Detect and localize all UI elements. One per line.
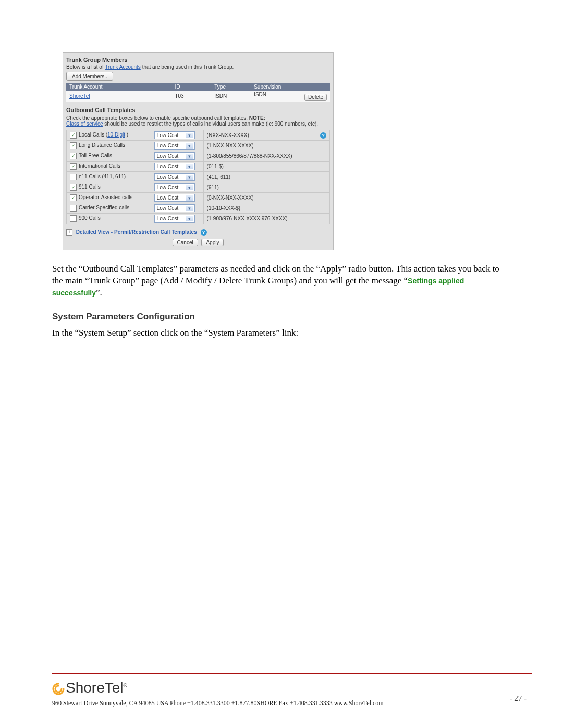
- page-number: - 27 -: [510, 694, 527, 703]
- outbound-title: Outbound Call Templates: [66, 107, 330, 113]
- chevron-down-icon: ▾: [186, 154, 193, 159]
- section-heading: System Parameters Configuration: [52, 312, 511, 322]
- pattern-cell: (NXX-NXX-XXXX)?: [203, 130, 329, 141]
- chevron-down-icon: ▾: [186, 185, 193, 190]
- cost-select[interactable]: Low Cost▾: [154, 173, 195, 181]
- outbound-row: 900 CallsLow Cost▾(1-900/976-NXX-XXXX 97…: [67, 214, 330, 224]
- col-id: ID: [172, 83, 211, 91]
- config-screenshot: Trunk Group Members Below is a list of T…: [63, 52, 334, 250]
- cost-select[interactable]: Low Cost▾: [154, 194, 195, 202]
- cost-select[interactable]: Low Cost▾: [154, 142, 195, 150]
- chevron-down-icon: ▾: [186, 143, 193, 149]
- outbound-note: Check the appropriate boxes below to ena…: [66, 115, 330, 127]
- cost-select[interactable]: Low Cost▾: [154, 152, 195, 160]
- chevron-down-icon: ▾: [186, 175, 193, 180]
- cost-select[interactable]: Low Cost▾: [154, 215, 195, 223]
- checkbox[interactable]: ✓: [70, 163, 77, 170]
- paragraph-2: In the “System Setup” section click on t…: [52, 327, 511, 339]
- pattern-cell: (911): [203, 182, 329, 193]
- shoretel-logo: ShoreTel®: [52, 680, 532, 696]
- trunk-accounts-link[interactable]: Trunk Accounts: [105, 64, 141, 70]
- apply-button[interactable]: Apply: [201, 239, 224, 246]
- help-icon[interactable]: ?: [320, 132, 326, 139]
- col-type: Type: [211, 83, 251, 91]
- chevron-down-icon: ▾: [186, 133, 193, 138]
- pattern-cell: (411, 611): [203, 172, 329, 182]
- chevron-down-icon: ▾: [186, 164, 193, 169]
- pattern-cell: (0-NXX-NXX-XXXX): [203, 193, 329, 203]
- table-row: ShoreTel T03 ISDN ISDN Delete: [66, 91, 330, 102]
- detailed-view-link[interactable]: Detailed View - Permit/Restriction Call …: [76, 229, 197, 235]
- pattern-cell: (1-900/976-NXX-XXXX 976-XXXX): [203, 214, 329, 224]
- help-icon[interactable]: ?: [201, 229, 207, 236]
- digit-link[interactable]: 10 Digit: [107, 132, 125, 138]
- checkbox[interactable]: ✓: [70, 132, 77, 139]
- trunk-group-title: Trunk Group Members: [66, 57, 329, 63]
- logo-swirl-icon: [52, 683, 65, 695]
- cost-select[interactable]: Low Cost▾: [154, 163, 195, 170]
- page-footer: ShoreTel® 960 Stewart Drive Sunnyvale, C…: [52, 673, 532, 707]
- cost-select[interactable]: Low Cost▾: [154, 204, 195, 212]
- trunk-accounts-table: Trunk Account ID Type Supervision ShoreT…: [66, 83, 330, 102]
- trunk-account-link[interactable]: ShoreTel: [69, 93, 90, 99]
- footer-address: 960 Stewart Drive Sunnyvale, CA 94085 US…: [52, 699, 532, 707]
- outbound-row: Carrier Specified callsLow Cost▾(10-10-X…: [67, 203, 330, 214]
- outbound-row: ✓Long Distance CallsLow Cost▾(1-NXX-NXX-…: [67, 141, 330, 151]
- outbound-row: ✓Operator-Assisted callsLow Cost▾(0-NXX-…: [67, 193, 330, 203]
- add-members-button[interactable]: Add Members..: [66, 72, 113, 81]
- checkbox[interactable]: [70, 174, 77, 180]
- checkbox[interactable]: ✓: [70, 153, 77, 159]
- checkbox[interactable]: ✓: [70, 184, 77, 191]
- outbound-row: n11 Calls (411, 611)Low Cost▾(411, 611): [67, 172, 330, 182]
- expand-icon[interactable]: +: [66, 229, 72, 236]
- outbound-row: ✓Toll-Free CallsLow Cost▾(1-800/855/866/…: [67, 151, 330, 162]
- delete-button[interactable]: Delete: [304, 94, 327, 101]
- checkbox[interactable]: ✓: [70, 194, 77, 201]
- class-of-service-link[interactable]: Class of service: [66, 121, 103, 127]
- paragraph-1: Set the “Outbound Call Templates” parame…: [52, 263, 511, 299]
- outbound-row: ✓911 CallsLow Cost▾(911): [67, 182, 330, 193]
- trunk-group-subtitle: Below is a list of Trunk Accounts that a…: [66, 64, 330, 70]
- pattern-cell: (1-NXX-NXX-XXXX): [203, 141, 329, 151]
- checkbox[interactable]: [70, 205, 77, 212]
- cost-select[interactable]: Low Cost▾: [154, 183, 195, 191]
- chevron-down-icon: ▾: [186, 206, 193, 211]
- cost-select[interactable]: Low Cost▾: [154, 131, 195, 139]
- pattern-cell: (1-800/855/866/877/888-NXX-XXXX): [203, 151, 329, 162]
- outbound-row: ✓Local Calls (10 Digit )Low Cost▾(NXX-NX…: [67, 130, 330, 141]
- outbound-templates-table: ✓Local Calls (10 Digit )Low Cost▾(NXX-NX…: [66, 130, 330, 224]
- checkbox[interactable]: ✓: [70, 142, 77, 149]
- checkbox[interactable]: [70, 215, 77, 222]
- pattern-cell: (011-$): [203, 162, 329, 172]
- chevron-down-icon: ▾: [186, 195, 193, 201]
- outbound-row: ✓International CallsLow Cost▾(011-$): [67, 162, 330, 172]
- cancel-button[interactable]: Cancel: [173, 239, 198, 246]
- col-supervision: Supervision: [251, 83, 330, 91]
- pattern-cell: (10-10-XXX-$): [203, 203, 329, 214]
- col-trunk-account: Trunk Account: [66, 83, 172, 91]
- chevron-down-icon: ▾: [186, 216, 193, 221]
